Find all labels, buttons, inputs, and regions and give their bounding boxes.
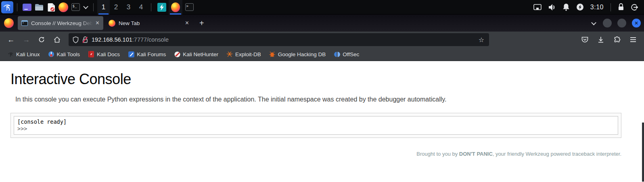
maximize-button[interactable]: [617, 19, 626, 28]
taskbar-window-app[interactable]: [155, 0, 169, 15]
close-window-button[interactable]: ×: [632, 19, 641, 28]
console-box: [console ready] >>>: [10, 113, 621, 138]
kali-logo-icon: [3, 3, 12, 12]
reload-icon: [38, 36, 45, 43]
bookmark-label: Kali Linux: [16, 51, 40, 57]
bookmark-label: Kali Forums: [137, 51, 166, 57]
launcher-terminal[interactable]: $_: [69, 0, 82, 15]
extensions-button[interactable]: [610, 33, 624, 46]
kali-dragon-icon: [7, 51, 14, 57]
applications-menu-button[interactable]: [1, 1, 13, 13]
chevron-down-icon: [83, 4, 88, 9]
download-icon: [598, 36, 604, 43]
scrollbar[interactable]: [642, 123, 644, 182]
forward-button[interactable]: →: [19, 33, 33, 46]
console-output: [console ready]: [17, 119, 615, 125]
bookmark-google-hacking-db[interactable]: Google Hacking DB: [266, 50, 329, 59]
console-prompt: >>>: [17, 125, 27, 132]
pocket-button[interactable]: [578, 33, 592, 46]
bookmark-kali-tools[interactable]: Kali Tools: [45, 50, 84, 59]
kali-docs-icon: [88, 51, 94, 57]
menu-hamburger-button[interactable]: [626, 33, 640, 46]
taskbar-window-firefox[interactable]: [169, 0, 182, 15]
bookmark-label: Google Hacking DB: [278, 51, 326, 57]
console-input[interactable]: [27, 125, 148, 132]
workspace-2[interactable]: 2: [110, 0, 122, 15]
tab-console-werkzeug[interactable]: Console // Werkzeug Debu ×: [18, 16, 103, 30]
page-title: Interactive Console: [10, 71, 621, 88]
bookmark-kali-linux[interactable]: Kali Linux: [4, 50, 43, 59]
interactive-console[interactable]: [console ready] >>>: [14, 116, 618, 135]
back-button[interactable]: ←: [4, 33, 18, 46]
lightning-app-icon: [157, 3, 166, 12]
bookmark-kali-forums[interactable]: Kali Forums: [125, 50, 169, 59]
url-bar[interactable]: 192.168.56.101:7777/console ☆: [69, 33, 489, 46]
launcher-text-editor[interactable]: [45, 0, 57, 15]
logout-icon[interactable]: [627, 0, 642, 15]
panel-separator: [151, 3, 151, 11]
werkzeug-console-page: Interactive Console In this console you …: [0, 61, 644, 182]
network-tray-icon[interactable]: [530, 0, 545, 15]
firefox-nav-toolbar: ← → 192.168.56.101:7777/console ☆: [0, 32, 644, 48]
bookmark-label: Kali NetHunter: [183, 51, 218, 57]
console-explanation: In this console you can execute Python e…: [15, 96, 617, 103]
bookmark-offsec[interactable]: OffSec: [330, 50, 362, 59]
workspace-4[interactable]: 4: [135, 0, 147, 15]
launcher-window-app[interactable]: [21, 0, 33, 15]
firefox-icon: [59, 2, 68, 12]
window-app-icon: [23, 4, 31, 11]
launcher-dropdown-button[interactable]: [82, 0, 90, 15]
page-footer: Brought to you by DON'T PANIC, your frie…: [10, 151, 621, 157]
volume-tray-icon[interactable]: [545, 0, 559, 15]
home-icon: [54, 36, 61, 43]
bookmark-kali-nethunter[interactable]: Kali NetHunter: [171, 50, 222, 59]
launcher-firefox[interactable]: [57, 0, 69, 15]
lock-screen-icon[interactable]: [615, 0, 627, 15]
url-text[interactable]: 192.168.56.101:7777/console: [92, 36, 475, 43]
bookmark-label: Exploit-DB: [235, 51, 261, 57]
chevron-down-icon: [591, 20, 596, 25]
tracking-protection-shield-icon[interactable]: [73, 36, 79, 43]
console-favicon: [21, 20, 28, 26]
hamburger-icon: [630, 37, 636, 42]
bookmark-exploit-db[interactable]: Exploit-DB: [223, 50, 264, 59]
tab-close-button[interactable]: ×: [95, 20, 100, 26]
tab-new-tab[interactable]: New Tab ×: [105, 16, 193, 30]
notifications-bell-icon[interactable]: [559, 0, 573, 15]
offsec-icon: [334, 51, 340, 57]
workspace-3[interactable]: 3: [122, 0, 135, 15]
panel-separator: [17, 3, 17, 11]
minimize-button[interactable]: [603, 19, 612, 28]
home-button[interactable]: [50, 33, 64, 46]
launcher-file-manager[interactable]: [33, 0, 45, 15]
kali-nethunter-icon: [174, 51, 180, 57]
new-tab-button[interactable]: +: [197, 18, 207, 29]
bookmark-star-icon[interactable]: ☆: [478, 36, 485, 44]
clock: 3:10: [587, 4, 607, 11]
bookmark-kali-docs[interactable]: Kali Docs: [85, 50, 123, 59]
kali-tools-icon: [48, 51, 54, 57]
taskbar-window-terminal[interactable]: >: [182, 0, 196, 15]
folder-icon: [35, 4, 44, 11]
system-panel: $_ 1 2 3 4 >: [0, 0, 644, 15]
panel-separator: [93, 3, 94, 11]
exploit-db-icon: [226, 51, 233, 57]
tab-title: New Tab: [119, 20, 184, 26]
firefox-favicon: [109, 20, 115, 27]
panel-separator: [611, 3, 611, 11]
tab-title: Console // Werkzeug Debu: [31, 20, 95, 26]
downloads-button[interactable]: [594, 33, 608, 46]
bookmark-label: Kali Tools: [57, 51, 80, 57]
bookmark-label: OffSec: [343, 51, 359, 57]
pocket-icon: [581, 36, 588, 43]
tab-close-button[interactable]: ×: [184, 20, 190, 26]
terminal-icon: >: [185, 3, 194, 11]
firefox-app-icon: [4, 18, 14, 28]
terminal-icon: $_: [71, 3, 80, 11]
workspace-1[interactable]: 1: [97, 0, 110, 15]
power-manager-icon[interactable]: [573, 0, 587, 15]
list-all-tabs-button[interactable]: [590, 19, 597, 28]
dont-panic-text: DON'T PANIC: [459, 151, 493, 157]
insecure-connection-lock-icon[interactable]: [82, 36, 88, 43]
reload-button[interactable]: [35, 33, 48, 46]
